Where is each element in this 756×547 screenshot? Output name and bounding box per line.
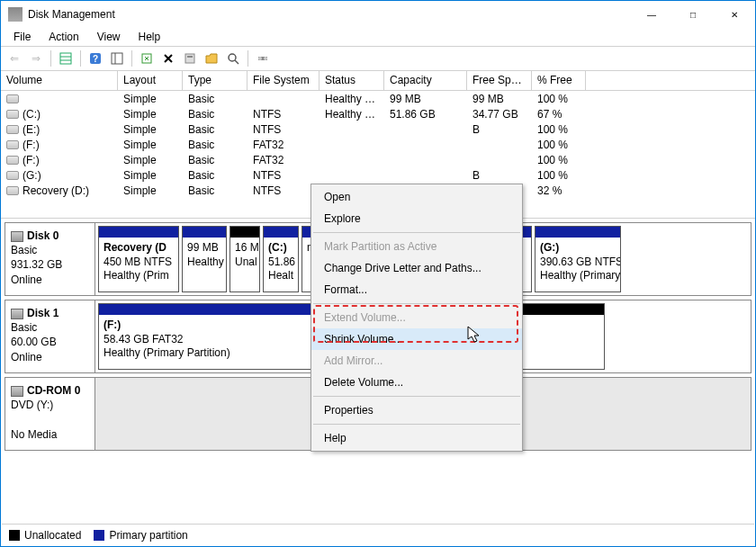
menu-shrink-volume[interactable]: Shrink Volume... [311, 328, 522, 350]
legend-primary: Primary partition [94, 529, 187, 542]
drive-icon [6, 125, 19, 134]
legend-unallocated: Unallocated [9, 529, 81, 542]
refresh-button[interactable] [137, 49, 157, 68]
minimize-button[interactable]: — [631, 1, 672, 28]
menu-bar: File Action View Help [1, 28, 755, 46]
svg-line-11 [235, 60, 238, 64]
menu-change-drive-letter[interactable]: Change Drive Letter and Paths... [311, 257, 522, 279]
console-tree-button[interactable] [107, 49, 127, 68]
maximize-button[interactable]: □ [672, 1, 714, 28]
svg-rect-9 [187, 56, 193, 58]
menu-delete-volume[interactable]: Delete Volume... [311, 372, 522, 393]
svg-rect-0 [60, 53, 71, 64]
volume-table-header: Volume Layout Type File System Status Ca… [1, 71, 755, 91]
col-status[interactable]: Status [320, 71, 384, 90]
partition-primary[interactable]: 99 MBHealthy ( [182, 226, 227, 292]
col-pctfree[interactable]: % Free [532, 71, 586, 90]
table-row[interactable]: SimpleBasicHealthy (E...99 MB99 MB100 % [1, 91, 755, 106]
swatch-unallocated [9, 530, 20, 541]
svg-text:?: ? [93, 54, 98, 64]
app-icon [8, 7, 22, 22]
legend: Unallocated Primary partition [2, 524, 754, 545]
delete-icon[interactable] [158, 49, 178, 68]
menu-extend-volume: Extend Volume... [311, 307, 522, 328]
forward-button: ⇒ [26, 49, 46, 68]
disk-icon [11, 309, 23, 319]
properties-icon[interactable] [180, 49, 200, 68]
menu-help[interactable]: Help [311, 427, 522, 449]
partition-primary[interactable]: (G:)390.63 GB NTFSHealthy (Primary Parti… [535, 226, 621, 292]
partition-primary[interactable]: (C:)51.86Healt [263, 226, 299, 292]
col-filesystem[interactable]: File System [248, 71, 320, 90]
settings-icon[interactable] [253, 49, 273, 68]
svg-rect-8 [185, 54, 194, 63]
toolbar: ⇐ ⇒ ? [1, 46, 755, 71]
swatch-primary [94, 530, 104, 541]
help-button[interactable]: ? [86, 49, 105, 68]
volume-table: SimpleBasicHealthy (E...99 MB99 MB100 %(… [1, 91, 755, 198]
col-volume[interactable]: Volume [1, 71, 118, 90]
svg-point-10 [229, 54, 236, 61]
menu-separator [313, 303, 520, 304]
menu-properties[interactable]: Properties [311, 399, 522, 421]
col-free[interactable]: Free Spa... [467, 71, 532, 90]
disk-label: Disk 1Basic60.00 GBOnline [5, 300, 95, 372]
drive-icon [6, 110, 19, 119]
table-row[interactable]: (G:)SimpleBasicNTFSB100 % [1, 167, 755, 183]
menu-help[interactable]: Help [131, 29, 168, 45]
folder-open-icon[interactable] [202, 49, 221, 68]
drive-icon [6, 94, 19, 103]
menu-separator [313, 424, 520, 425]
svg-point-13 [258, 57, 262, 60]
table-row[interactable]: (F:)SimpleBasicFAT32100 % [1, 152, 755, 167]
menu-format[interactable]: Format... [311, 279, 522, 300]
menu-explore[interactable]: Explore [311, 208, 522, 229]
menu-separator [313, 232, 520, 233]
back-button: ⇐ [4, 49, 24, 68]
drive-icon [6, 171, 19, 180]
col-capacity[interactable]: Capacity [384, 71, 467, 90]
menu-separator [313, 396, 520, 397]
table-row[interactable]: (C:)SimpleBasicNTFSHealthy (B...51.86 GB… [1, 106, 755, 121]
menu-file[interactable]: File [6, 29, 38, 45]
svg-point-14 [264, 57, 267, 60]
menu-open[interactable]: Open [311, 186, 522, 208]
window-title: Disk Management [28, 8, 115, 21]
menu-add-mirror: Add Mirror... [311, 350, 522, 372]
disk-label: CD-ROM 0DVD (Y:)No Media [5, 378, 95, 450]
partition-unallocated[interactable]: 16 MUnal [230, 226, 260, 292]
drive-icon [6, 140, 19, 149]
drive-icon [6, 156, 19, 165]
partition-primary[interactable]: Recovery (D450 MB NTFSHealthy (Prim [98, 226, 179, 292]
menu-action[interactable]: Action [41, 29, 86, 45]
view-list-button[interactable] [56, 49, 76, 68]
menu-mark-active: Mark Partition as Active [311, 236, 522, 257]
col-layout[interactable]: Layout [118, 71, 183, 90]
col-type[interactable]: Type [183, 71, 248, 90]
close-button[interactable]: ✕ [714, 1, 755, 28]
disk-icon [11, 386, 23, 397]
menu-view[interactable]: View [90, 29, 128, 45]
disk-icon [11, 231, 23, 242]
search-icon[interactable] [223, 49, 243, 68]
table-row[interactable]: (F:)SimpleBasicFAT32100 % [1, 137, 755, 152]
svg-rect-5 [112, 53, 122, 64]
volume-context-menu: Open Explore Mark Partition as Active Ch… [310, 184, 523, 452]
title-bar: Disk Management — □ ✕ [1, 1, 755, 28]
disk-label: Disk 0Basic931.32 GBOnline [5, 223, 95, 295]
table-row[interactable]: (E:)SimpleBasicNTFSB100 % [1, 121, 755, 137]
drive-icon [6, 186, 19, 195]
